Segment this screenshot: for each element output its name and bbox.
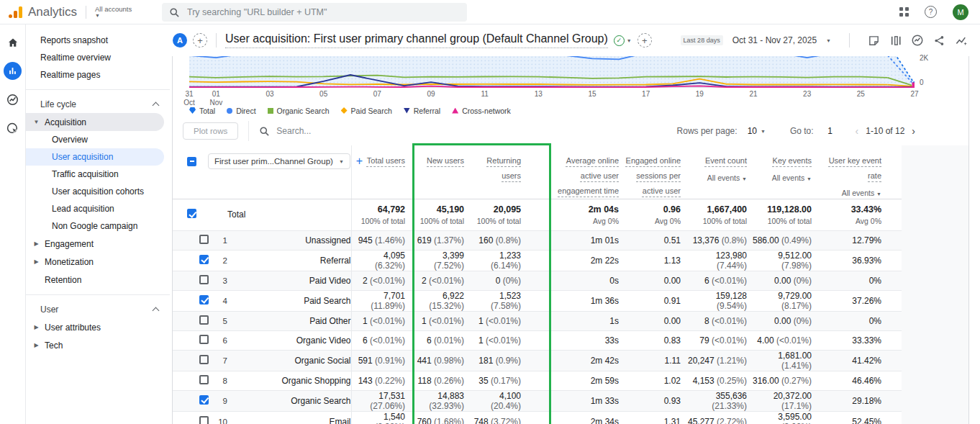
timeseries-chart[interactable]: 2K 0 [173, 56, 968, 88]
help-icon[interactable]: ? [925, 6, 937, 18]
column-header-avg-engagement-time[interactable]: Average online active user engagement ti… [551, 145, 625, 199]
sidebar-item-realtime-overview[interactable]: Realtime overview [26, 49, 170, 66]
report-status-badge[interactable]: ✓ ▼ [614, 35, 632, 46]
table-total-row: Total 64,792100% of total 45,190100% of … [173, 199, 902, 230]
rows-per-page-value[interactable]: 10 [748, 126, 757, 136]
avatar[interactable]: M [953, 4, 968, 20]
column-header-new-users[interactable]: New users [412, 145, 470, 199]
event-filter-dropdown[interactable]: All events ▼ [750, 173, 812, 182]
column-header-key-events[interactable]: Key events All events ▼ [750, 145, 815, 199]
analytics-logo[interactable] [9, 6, 22, 18]
legend-item-referral[interactable]: Referral [404, 107, 440, 115]
global-search[interactable] [162, 3, 467, 22]
google-apps-icon[interactable] [899, 7, 909, 17]
sidebar-section-user[interactable]: User [26, 301, 170, 318]
logo-bar-tall [19, 6, 22, 18]
table-row: 6Organic Video6 (<0.01%)6 (0.01%)1 (<0.0… [173, 330, 902, 350]
home-icon[interactable] [4, 33, 22, 51]
total-row-checkbox[interactable] [187, 209, 196, 218]
legend-item-organic-search[interactable]: Organic Search [268, 107, 330, 115]
legend-item-paid-search[interactable]: Paid Search [341, 107, 392, 115]
chart-plot-area[interactable] [189, 56, 915, 88]
row-checkbox[interactable] [199, 335, 209, 344]
metric-cell: 1m 36s [551, 290, 625, 311]
column-header-total-users[interactable]: Total users [351, 145, 412, 199]
global-search-input[interactable] [187, 7, 460, 17]
sidebar-item-retention[interactable]: Retention [26, 271, 164, 289]
row-checkbox[interactable] [199, 416, 209, 424]
metric-cell: 3,595.00 (3.02%) [750, 411, 815, 424]
sidebar-section-life-cycle[interactable]: Life cycle [26, 96, 170, 113]
sidebar-item-user-acquisition[interactable]: User acquisition [26, 148, 164, 166]
metric-cell: 14,883 (32.93%) [412, 390, 470, 411]
sidebar-item-traffic-acquisition[interactable]: Traffic acquisition [26, 166, 164, 183]
sidebar-item-overview[interactable]: Overview [26, 131, 164, 148]
plot-rows-button[interactable]: Plot rows [183, 122, 238, 140]
sidebar-item-user-attributes[interactable]: ▶ User attributes [26, 318, 164, 336]
x-axis-tick: 19 [696, 90, 704, 99]
event-filter-dropdown[interactable]: All events ▼ [815, 189, 881, 197]
sidebar-item-engagement[interactable]: ▶ Engagement [26, 235, 164, 253]
legend-item-direct[interactable]: Direct [227, 107, 255, 115]
row-checkbox[interactable] [199, 255, 209, 264]
insights-sparkline-icon[interactable] [955, 34, 968, 48]
row-checkbox[interactable] [199, 395, 209, 405]
metric-cell: 9,729.00 (8.17%) [750, 290, 815, 311]
next-page-icon[interactable]: › [907, 125, 920, 137]
workspace-badge[interactable]: A [173, 33, 187, 48]
sidebar-item-monetization[interactable]: ▶ Monetization [26, 253, 164, 271]
column-header-engaged-sessions[interactable]: Engaged online sessions per active user [625, 145, 686, 199]
add-filter-button[interactable]: + [638, 33, 652, 48]
sidebar-item-reports-snapshot[interactable]: Reports snapshot [26, 32, 170, 49]
x-axis-tick: 07 [373, 90, 381, 99]
row-checkbox[interactable] [199, 275, 209, 284]
sidebar-item-lead-acquisition[interactable]: Lead acquisition [26, 200, 164, 217]
explore-icon[interactable] [4, 91, 22, 109]
legend-item-total[interactable]: Total [189, 107, 215, 115]
column-header-event-count[interactable]: Event count All events ▼ [686, 145, 750, 199]
sidebar-item-label: Tech [45, 340, 63, 351]
compare-reports-icon[interactable] [889, 35, 902, 47]
goto-page-input[interactable] [821, 126, 840, 136]
check-circle-icon: ✓ [614, 35, 625, 46]
table-section: First user prim...Channel Group) ▼ + Tot… [173, 145, 968, 424]
sidebar-item-realtime-pages[interactable]: Realtime pages [26, 66, 170, 84]
sidebar-item-user-acquisition-cohorts[interactable]: User acquisition cohorts [26, 183, 164, 200]
report-title[interactable]: User acquisition: First user primary cha… [225, 32, 608, 48]
share-icon[interactable] [933, 35, 945, 47]
previous-page-icon[interactable]: ‹ [851, 125, 863, 137]
account-switcher[interactable]: All accounts ▼ [95, 5, 132, 19]
row-checkbox[interactable] [199, 235, 209, 244]
row-checkbox[interactable] [199, 315, 209, 325]
row-checkbox[interactable] [199, 355, 209, 364]
row-number: 5 [209, 311, 227, 330]
column-header-returning-users[interactable]: Returning users [470, 145, 551, 199]
dimension-dropdown[interactable]: First user prim...Channel Group) ▼ [208, 153, 350, 169]
select-all-checkbox[interactable] [187, 157, 196, 166]
sidebar-item-acquisition[interactable]: ▼ Acquisition [26, 113, 164, 131]
reports-icon[interactable] [4, 62, 22, 80]
total-row-label: Total [227, 199, 351, 230]
row-checkbox[interactable] [199, 375, 209, 384]
row-checkbox[interactable] [199, 295, 209, 305]
organic-search-series-marker-icon [268, 108, 273, 114]
table-search-input[interactable] [276, 126, 391, 136]
insights-circle-icon[interactable] [911, 34, 924, 47]
chevron-down-icon: ▼ [95, 13, 100, 19]
event-filter-dropdown[interactable]: All events ▼ [686, 173, 747, 182]
column-header-user-key-event-rate[interactable]: User key event rate All events ▼ [815, 145, 902, 199]
add-comparison-button[interactable]: + [193, 33, 207, 48]
sidebar-item-tech[interactable]: ▶ Tech [26, 336, 164, 354]
table-search[interactable] [259, 126, 391, 137]
search-icon [259, 126, 270, 137]
sidebar-item-non-google-campaign[interactable]: Non Google campaign [26, 217, 164, 235]
add-dimension-button[interactable]: + [356, 155, 363, 168]
row-number: 9 [209, 390, 227, 411]
date-range-picker[interactable]: Oct 31 - Nov 27, 2025 [732, 35, 817, 45]
chevron-down-icon[interactable]: ▼ [761, 129, 766, 134]
advertising-icon[interactable] [4, 119, 22, 137]
table-row: 8Organic Shopping143 (0.22%)118 (0.26%)3… [173, 371, 902, 390]
legend-item-cross-network[interactable]: Cross-network [452, 107, 511, 115]
x-axis-tick: 27 [910, 90, 918, 99]
feedback-note-icon[interactable] [868, 35, 880, 47]
